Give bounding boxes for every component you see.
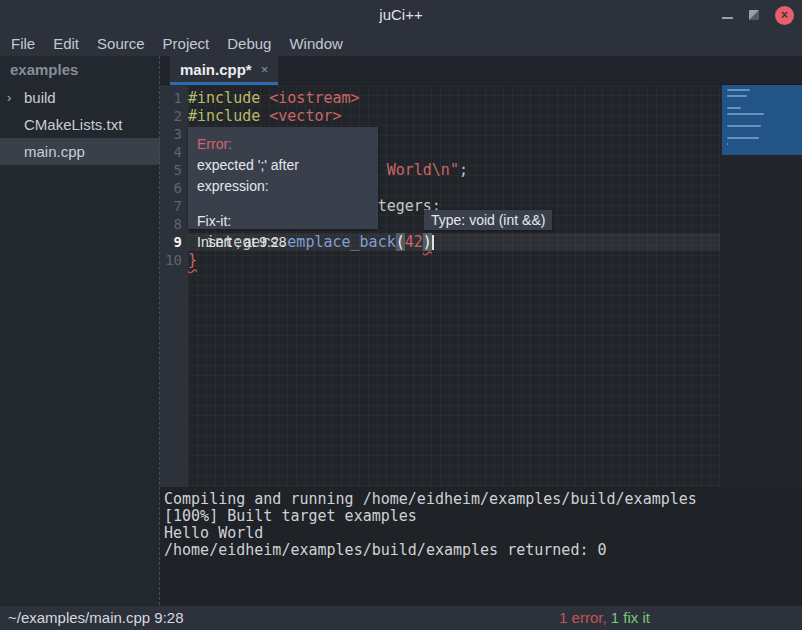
code-segment: <iostream>: [269, 89, 359, 107]
code-editor[interactable]: 12345678910 #include <iostream>#include …: [160, 85, 802, 487]
project-name-header: examples: [0, 56, 160, 84]
code-line-1: #include <iostream>: [188, 89, 720, 107]
code-segment: ;: [459, 161, 468, 179]
diagnostic-message: expected ';' after expression:: [197, 155, 369, 197]
terminal-line: /home/eidheim/examples/build/examples re…: [164, 542, 802, 559]
code-segment: <vector>: [269, 107, 341, 125]
titlebar[interactable]: juCi++ ×: [0, 0, 802, 30]
window-controls: ×: [722, 0, 794, 30]
menu-debug[interactable]: Debug: [218, 35, 280, 52]
code-segment: ): [423, 233, 432, 251]
menu-source[interactable]: Source: [88, 35, 154, 52]
type-tooltip: Type: void (int &&): [424, 210, 552, 230]
menu-file[interactable]: File: [2, 35, 44, 52]
diagnostic-title: Error:: [197, 134, 369, 155]
code-segment: #include: [188, 89, 269, 107]
line-number: 3: [160, 125, 182, 143]
code-segment: #include: [188, 107, 269, 125]
code-segment: (: [396, 233, 405, 251]
line-number: 2: [160, 107, 182, 125]
line-number: 10: [160, 251, 182, 269]
line-number: 9: [160, 233, 182, 251]
menu-project[interactable]: Project: [154, 35, 219, 52]
diagnostic-tooltip: Error: expected ';' after expression: Fi…: [188, 127, 378, 229]
tree-item-cmakelists-txt[interactable]: CMakeLists.txt: [0, 111, 160, 138]
file-tree-sidebar: examples ›buildCMakeLists.txtmain.cpp: [0, 56, 160, 605]
minimap-line: [727, 125, 761, 127]
minimap-viewport[interactable]: [722, 85, 802, 155]
line-number: 5: [160, 161, 182, 179]
code-line-10: }: [188, 251, 720, 269]
minimap-line: [727, 95, 747, 97]
tab-label: main.cpp*: [180, 61, 252, 78]
fixit-label: Fix-it:: [197, 211, 369, 232]
error-count[interactable]: 1 error,: [559, 609, 607, 626]
tree-item-main-cpp[interactable]: main.cpp: [0, 138, 160, 165]
tab-strip: main.cpp* ×: [160, 56, 802, 85]
code-segment: }: [188, 251, 197, 269]
pane-separator[interactable]: [159, 56, 160, 605]
minimize-icon[interactable]: [722, 17, 733, 19]
menu-window[interactable]: Window: [280, 35, 351, 52]
minimap-line: [727, 107, 741, 109]
main-area: main.cpp* × 12345678910 #include <iostre…: [160, 56, 802, 605]
minimap-line: [727, 137, 759, 139]
juci-window: juCi++ × FileEditSourceProjectDebugWindo…: [0, 0, 802, 630]
minimap-line: [727, 113, 764, 115]
line-number: 7: [160, 197, 182, 215]
tab-close-icon[interactable]: ×: [261, 62, 269, 77]
line-number: 8: [160, 215, 182, 233]
status-bar: ~/examples/main.cpp 9:28 1 error, 1 fix …: [0, 605, 802, 630]
minimap-line: [727, 143, 728, 145]
diagnostic-gap: [197, 197, 369, 211]
terminal-line: Hello World: [164, 525, 802, 542]
line-number: 6: [160, 179, 182, 197]
tree-item-label: CMakeLists.txt: [24, 116, 122, 133]
tree-item-build[interactable]: ›build: [0, 84, 160, 111]
tree-item-label: main.cpp: [24, 143, 85, 160]
file-tree: ›buildCMakeLists.txtmain.cpp: [0, 84, 160, 165]
text-cursor: [432, 235, 434, 250]
fixit-text: Insert ; at 9:28: [197, 232, 369, 253]
line-number: 1: [160, 89, 182, 107]
close-icon[interactable]: ×: [775, 6, 794, 25]
terminal-line: [100%] Built target examples: [164, 508, 802, 525]
minimap[interactable]: [720, 85, 802, 487]
line-number-gutter: 12345678910: [160, 85, 188, 487]
line-number: 4: [160, 143, 182, 161]
build-output-terminal[interactable]: Compiling and running /home/eidheim/exam…: [160, 487, 802, 605]
minimap-line: [727, 89, 750, 91]
tree-item-label: build: [24, 89, 56, 106]
code-line-2: #include <vector>: [188, 107, 720, 125]
terminal-line: Compiling and running /home/eidheim/exam…: [164, 491, 802, 508]
tab-main-cpp[interactable]: main.cpp* ×: [170, 56, 278, 85]
code-segment: 42: [405, 233, 423, 251]
restore-icon[interactable]: [749, 10, 759, 20]
menu-edit[interactable]: Edit: [44, 35, 88, 52]
diagnostics-status[interactable]: 1 error, 1 fix it: [559, 609, 650, 626]
file-location-status: ~/examples/main.cpp 9:28: [8, 609, 184, 626]
window-title: juCi++: [0, 6, 802, 23]
chevron-right-icon[interactable]: ›: [7, 84, 11, 111]
fixit-count[interactable]: 1 fix it: [607, 609, 650, 626]
menu-bar: FileEditSourceProjectDebugWindow: [0, 30, 802, 56]
